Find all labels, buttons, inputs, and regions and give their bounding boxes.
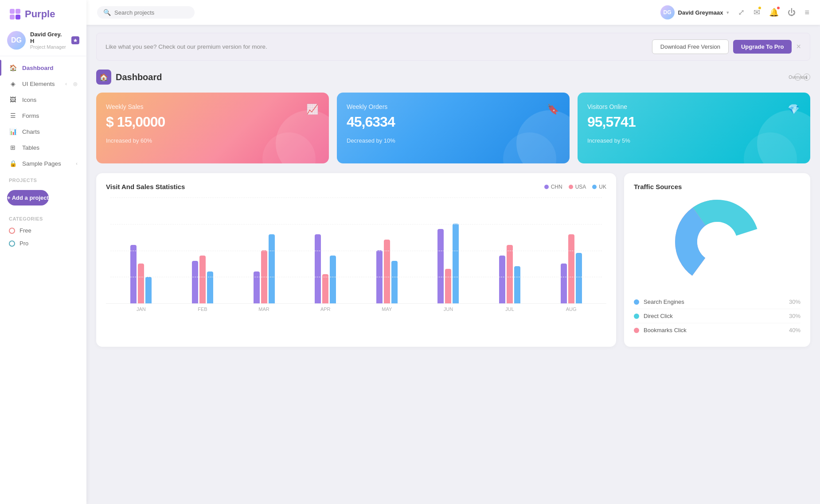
sidebar: Purple DG David Grey. H Project Manager … [0,0,86,504]
svg-rect-1 [16,9,20,14]
search-engines-dot [634,299,639,305]
search-box[interactable]: 🔍 [97,6,195,19]
bar-chart-title: Visit And Sales Statistics [106,183,185,190]
visitors-label: Visitors Online [587,103,800,110]
topbar-user[interactable]: DG David Greymaax ▾ [660,5,730,19]
bar-labels: JANFEBMARAPRMAYJUNJULAUG [106,304,606,312]
user-name: David Grey. H [30,31,67,44]
bar-chart-legend: CHN USA UK [544,184,606,190]
free-dot [9,228,15,234]
sidebar-item-tables[interactable]: ⊞ Tables [0,140,86,155]
power-icon[interactable]: ⏻ [788,8,796,17]
search-engines-pct: 30% [789,299,800,305]
tables-icon: ⊞ [9,144,17,151]
bar-blue [145,277,152,303]
svg-rect-3 [16,15,20,19]
chart-header: Visit And Sales Statistics CHN USA UK [106,183,606,190]
bar-blue [514,266,520,303]
legend-search-engines: Search Engines 30% [634,295,800,309]
upgrade-pro-button[interactable]: Upgrade To Pro [733,40,792,54]
sales-change: Increased by 60% [106,137,319,144]
page-header: 🏠 Dashboard Overview ℹ [96,70,810,85]
bookmarks-click-label: Bookmarks Click [644,327,789,333]
legend-uk: UK [592,184,606,190]
visitors-change: Increased by 5% [587,137,800,144]
direct-click-label: Direct Click [644,313,789,319]
sidebar-item-charts[interactable]: 📊 Charts [0,124,86,140]
sidebar-item-ui-elements[interactable]: ◈ UI Elements ‹ ◎ [0,76,86,92]
bar-chart-card: Visit And Sales Statistics CHN USA UK [96,173,616,347]
brand: Purple [0,0,86,27]
category-free[interactable]: Free [0,224,86,237]
icons-icon: 🖼 [9,96,17,103]
usa-label: USA [575,184,586,190]
sidebar-item-forms[interactable]: ☰ Forms [0,108,86,124]
bar-purple [254,271,260,303]
sidebar-user: DG David Grey. H Project Manager [0,27,86,56]
donut-hole [697,222,737,262]
page-title-icon: 🏠 [96,70,111,85]
sidebar-item-label: Icons [22,97,36,103]
bar-month-label: JUL [479,306,541,312]
bar-month-label: AUG [540,306,602,312]
banner-text: Like what you see? Check out our premium… [105,43,652,50]
bar-purple [561,264,567,303]
bar-chart [106,198,606,304]
sidebar-nav: 🏠 Dashboard ◈ UI Elements ‹ ◎ 🖼 Icons ☰ … [0,56,86,504]
topbar-username: David Greymaax [678,9,723,16]
main-area: 🔍 DG David Greymaax ▾ ⤢ ✉ 🔔 ⏻ ≡ [86,0,820,504]
banner: Like what you see? Check out our premium… [96,33,810,61]
bar-purple [437,229,444,303]
sidebar-item-label: Charts [22,128,40,135]
usa-dot [569,185,573,189]
menu-icon[interactable]: ≡ [804,8,809,17]
forms-icon: ☰ [9,112,17,119]
expand-icon[interactable]: ⤢ [738,8,745,17]
topbar-caret-icon: ▾ [726,10,729,16]
donut-legend: Search Engines 30% Direct Click 30% Book… [634,295,800,337]
legend-bookmarks-click: Bookmarks Click 40% [634,323,800,337]
legend-direct-click: Direct Click 30% [634,309,800,323]
bar-pink [384,240,390,303]
bar-purple [376,250,383,303]
sidebar-item-icons[interactable]: 🖼 Icons [0,92,86,108]
overview-label: Overview [794,74,801,81]
chevron-icon: ‹ [65,81,67,86]
search-icon: 🔍 [103,9,111,16]
bar-blue [269,234,275,303]
bar-group-may [356,240,418,303]
bar-group-mar [233,234,295,303]
bar-month-label: MAR [233,306,295,312]
brand-icon [9,8,21,20]
add-project-button[interactable]: + Add a project [7,190,49,205]
uk-label: UK [599,184,606,190]
bar-pink [138,264,144,303]
notifications-icon[interactable]: 🔔 [769,8,779,17]
mail-icon[interactable]: ✉ [754,8,760,17]
charts-row: Visit And Sales Statistics CHN USA UK [96,173,810,347]
sidebar-item-dashboard[interactable]: 🏠 Dashboard [0,60,86,76]
overview-link[interactable]: Overview ℹ [794,74,810,81]
svg-rect-2 [10,15,15,19]
page-title-wrap: 🏠 Dashboard [96,70,162,85]
bar-purple [315,234,321,303]
bar-purple [192,261,198,303]
bar-blue [391,261,398,303]
banner-close-button[interactable]: × [796,42,801,51]
sidebar-item-sample-pages[interactable]: 🔒 Sample Pages ‹ [0,155,86,171]
category-pro[interactable]: Pro [0,237,86,250]
bar-month-label: APR [295,306,356,312]
bar-pink [568,234,574,303]
user-badge [71,36,79,44]
bar-purple [499,256,505,303]
search-input[interactable] [114,9,185,16]
bar-group-apr [295,234,356,303]
svg-rect-0 [10,9,15,14]
bar-group-feb [172,256,234,303]
bar-group-jul [479,245,541,303]
legend-usa: USA [569,184,586,190]
bar-month-label: FEB [172,306,234,312]
donut-chart-header: Traffic Sources [634,183,800,190]
info-icon: ℹ [803,74,810,81]
download-free-button[interactable]: Download Free Version [652,39,729,54]
